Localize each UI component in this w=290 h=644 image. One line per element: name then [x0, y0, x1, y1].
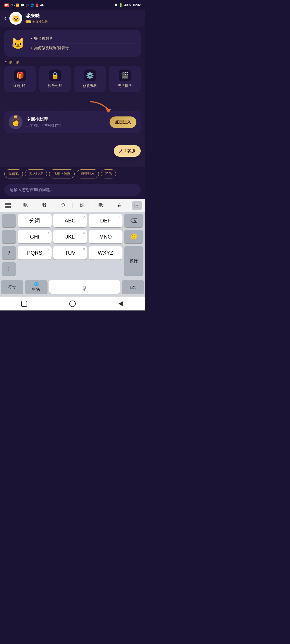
key-3[interactable]: 3 DEF	[89, 214, 122, 227]
suggest-word-0[interactable]: 嗯	[17, 202, 34, 209]
key-7[interactable]: 7 PQRS	[18, 246, 52, 259]
left-col: ， 。 ？ ！	[2, 214, 16, 276]
suggest-word-2[interactable]: 你	[55, 202, 71, 209]
key-space[interactable]: 0 🎙	[49, 280, 120, 294]
account-label: 账号封禁	[48, 83, 62, 88]
space-num: 0	[84, 281, 85, 284]
key-9-num: 9	[119, 248, 120, 251]
nav-recent-button[interactable]	[116, 299, 126, 309]
key-5[interactable]: 5 JKL	[53, 230, 87, 243]
svg-rect-1	[5, 203, 8, 205]
keyboard-area: 嗯 我 你 好 哦 在 ， 。 ？ ！	[0, 199, 145, 297]
key-enter[interactable]: 换行	[124, 246, 143, 276]
key-7-label: PQRS	[27, 250, 42, 255]
suggestions-bar: 嗯 我 你 好 哦 在	[0, 199, 145, 212]
topic-item-1[interactable]: • 账号被封禁	[31, 34, 136, 43]
key-6[interactable]: 6 MNO	[89, 230, 122, 243]
battery-icon: 🔋	[119, 3, 123, 7]
key-symbol[interactable]: 符号	[1, 280, 23, 294]
suggest-word-1[interactable]: 我	[36, 202, 53, 209]
tag-chip-2[interactable]: 视频上传慢	[49, 169, 75, 178]
suggest-divider-2	[54, 203, 54, 208]
play-icon: 🎬	[119, 69, 131, 81]
key-8-label: TUV	[65, 250, 75, 255]
profile-icon: ⚙️	[84, 69, 96, 81]
action-hongbao[interactable]: 🎁 红包挂件	[4, 66, 36, 92]
cloud-icon: ☁️	[40, 3, 44, 7]
suggest-word-4[interactable]: 哦	[92, 202, 109, 209]
quick-actions: 🎁 红包挂件 🔒 账号封禁 ⚙️ 修改资料 🎬 无法播放	[4, 66, 141, 92]
human-service-button[interactable]: 人工客服	[114, 145, 141, 157]
signal-bars: 📶	[16, 3, 20, 7]
key-question[interactable]: ？	[2, 246, 16, 259]
refresh-row[interactable]: ↻ 换一换	[4, 60, 141, 65]
nav-bar	[0, 297, 145, 310]
key-4[interactable]: 4 GHI	[18, 230, 52, 243]
key-8[interactable]: 8 TUV	[53, 246, 87, 259]
browser-icon: 🌐	[30, 3, 34, 7]
nav-home-button[interactable]	[68, 299, 77, 309]
svg-rect-2	[8, 203, 11, 205]
key-rows: ， 。 ？ ！ 1 分词 2 ABC 3	[0, 212, 145, 280]
suggest-divider-5	[110, 203, 110, 208]
key-lang[interactable]: 🌐 中/英	[25, 280, 48, 294]
profile-label: 修改资料	[83, 83, 97, 88]
tag-chip-0[interactable]: 邀请码	[4, 169, 23, 178]
arrow-svg	[87, 99, 114, 112]
mic-icon: 🎙	[81, 285, 88, 292]
tag-chip-1[interactable]: 实名认证	[25, 169, 47, 178]
status-left: HD 5G 📶 💬 🎵 🌐 📕 ☁️ ···	[4, 3, 47, 7]
globe-icon: 🌐	[34, 282, 39, 286]
key-emoji[interactable]: 🙂	[124, 230, 143, 243]
keyboard-grid-icon[interactable]	[3, 201, 13, 210]
key-period[interactable]: 。	[2, 230, 16, 243]
key-123[interactable]: 123	[122, 280, 144, 294]
keyboard-dismiss-button[interactable]	[132, 201, 142, 210]
suggest-divider-0	[16, 203, 16, 208]
key-1[interactable]: 1 分词	[18, 214, 52, 227]
right-col: 🙂 换行	[124, 214, 143, 276]
key-2[interactable]: 2 ABC	[53, 214, 87, 227]
key-delete[interactable]	[124, 214, 143, 227]
suggest-word-3[interactable]: 好	[74, 202, 90, 209]
svg-rect-3	[5, 206, 8, 208]
bluetooth-icon: ✱	[114, 3, 117, 7]
account-icon: 🔒	[49, 69, 61, 81]
hongbao-icon: 🎁	[14, 69, 26, 81]
nav-back-button[interactable]	[19, 299, 29, 309]
back-button[interactable]: ‹	[4, 15, 6, 22]
battery-percent: 43%	[124, 3, 131, 7]
key-5-num: 5	[83, 232, 85, 235]
suggest-word-5[interactable]: 在	[111, 202, 128, 209]
topic-icon-2: •	[31, 46, 32, 50]
key-5-label: JKL	[66, 234, 75, 239]
key-9[interactable]: 9 WXYZ	[89, 246, 122, 259]
header-info: 哆来咪 👑 专属小助理	[26, 13, 141, 24]
main-row-2: 4 GHI 5 JKL 6 MNO	[18, 230, 122, 243]
bottom-row: 符号 🌐 中/英 0 🎙 123	[0, 280, 145, 297]
status-bar: HD 5G 📶 💬 🎵 🌐 📕 ☁️ ··· ✱ 🔋 43% 15:32	[0, 0, 145, 10]
key-comma[interactable]: ，	[2, 214, 16, 227]
topic-item-2[interactable]: • 如何修改昵称/抖音号	[31, 43, 136, 53]
action-account[interactable]: 🔒 账号封禁	[39, 66, 71, 92]
key-exclaim[interactable]: ！	[2, 262, 16, 276]
enter-button[interactable]: 点击进入	[110, 116, 136, 128]
action-profile[interactable]: ⚙️ 修改资料	[74, 66, 106, 92]
enter-label: 换行	[130, 258, 138, 264]
assistant-crown: 👑	[14, 115, 18, 118]
music-icon: 🎵	[26, 3, 29, 7]
tag-chips-row: 邀请码 实名认证 视频上传慢 邀请好友 私信	[0, 167, 145, 181]
message-input[interactable]: 请输入您想咨询的问题...	[4, 184, 141, 196]
key-3-num: 3	[119, 215, 120, 218]
time-display: 15:32	[132, 3, 141, 7]
main-row-3: 7 PQRS 8 TUV 9 WXYZ	[18, 246, 122, 259]
tag-chip-3[interactable]: 邀请好友	[77, 169, 99, 178]
emoji-icon: 🙂	[130, 233, 137, 240]
status-right: ✱ 🔋 43% 15:32	[114, 3, 141, 7]
tag-chip-4[interactable]: 私信	[101, 169, 116, 178]
avatar-emoji: 🐱	[11, 14, 21, 23]
square-icon	[21, 301, 27, 307]
action-play[interactable]: 🎬 无法播放	[109, 66, 141, 92]
circle-icon	[69, 301, 76, 307]
key-9-label: WXYZ	[98, 250, 113, 255]
